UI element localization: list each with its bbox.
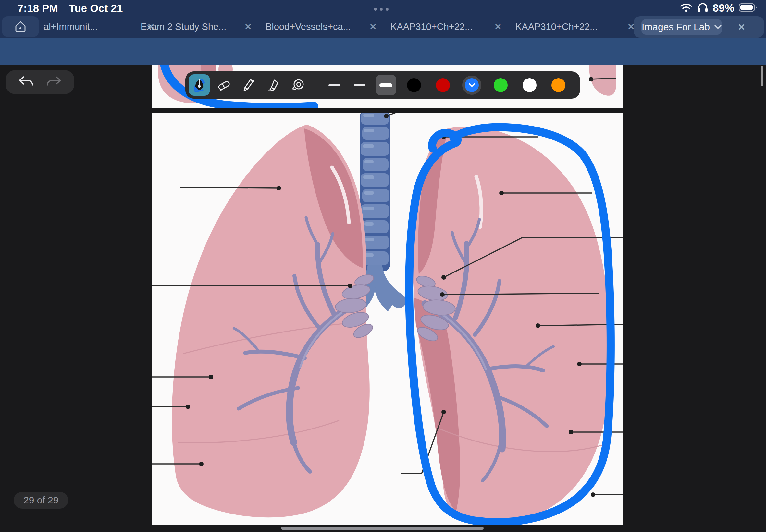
lung-screen-left [172,125,369,517]
wifi-icon [680,3,693,14]
tab-separator [249,20,250,33]
undo-button[interactable] [17,74,34,90]
tab-label: al+Immunit... [43,21,98,32]
home-icon [13,19,28,34]
tab-document-3[interactable]: Blood+Vessels+ca... ✕ [250,15,391,38]
thickness-thin[interactable] [328,84,340,86]
undo-redo-pill [6,70,74,94]
undo-icon [17,74,34,89]
lungs-diagram [152,113,623,525]
tab-separator [125,20,125,33]
highlighter-icon [265,77,281,93]
tab-separator [374,20,375,33]
tape-tool[interactable] [287,74,309,96]
tab-images-for-lab-active[interactable]: Images For Lab ✕ [634,16,764,38]
tab-document-5[interactable]: KAAP310+Ch+22... ✕ [500,15,649,38]
eraser-tool[interactable] [213,74,235,96]
thickness-thick-selected[interactable] [375,75,396,95]
fountain-pen-tool-selected[interactable] [188,74,210,96]
active-tab-pill[interactable]: Images For Lab [641,19,722,35]
page-indicator: 29 of 29 [14,492,68,509]
battery-icon [739,3,758,14]
battery-percent: 89% [713,2,734,14]
pen-bar-separator [316,76,316,94]
tab-label: Exam 2 Study She... [140,21,226,32]
tab-label: Blood+Vessels+ca... [265,21,351,32]
home-button[interactable] [2,16,39,37]
clock-time: 7:18 PM [18,2,58,15]
tape-icon [290,77,306,93]
chevron-down-icon [714,25,722,29]
status-icons: 89% [680,2,758,14]
tab-document-4[interactable]: KAAP310+Ch+22... ✕ [375,15,516,38]
tab-document-2[interactable]: Exam 2 Study She... ✕ [125,15,265,38]
chevron-down-icon [469,83,475,87]
color-blue-selected[interactable] [465,78,479,92]
tab-label: Images For Lab [642,21,710,32]
redo-icon [46,74,63,89]
color-red[interactable] [436,78,450,92]
vertical-scrollbar[interactable] [761,66,763,86]
thickness-medium[interactable] [354,84,365,86]
tab-label: KAAP310+Ch+22... [391,21,473,32]
pen-options-bar [185,71,580,99]
color-orange[interactable] [552,78,565,92]
status-bar: 7:18 PM Tue Oct 21 89% [0,0,766,15]
canvas-area: 29 of 29 [0,65,766,532]
main-toolbar [0,38,766,65]
color-white[interactable] [523,78,537,92]
eraser-icon [216,77,232,93]
close-tab-icon[interactable]: ✕ [737,21,746,33]
headphones-icon [697,2,708,14]
color-green[interactable] [494,78,508,92]
pencil-tool[interactable] [238,74,259,96]
ipad-screen: { "status_bar": { "time": "7:18 PM", "da… [0,0,766,532]
highlighter-tool[interactable] [262,74,284,96]
page-indicator-text: 29 of 29 [23,495,58,506]
redo-button[interactable] [46,74,63,90]
thick-dash [379,83,393,87]
color-black[interactable] [407,78,421,92]
tab-separator [500,20,500,33]
multitasking-dots-icon[interactable] [374,8,389,11]
fountain-pen-icon [191,77,207,93]
pencil-icon [241,77,256,93]
clock-date: Tue Oct 21 [69,2,123,15]
document-tab-bar: al+Immunit... ✕ Exam 2 Study She... ✕ Bl… [0,15,766,38]
tab-label: KAAP310+Ch+22... [516,21,598,32]
lungs-diagram-page[interactable] [152,113,623,525]
horizontal-scrollbar[interactable] [281,527,484,530]
